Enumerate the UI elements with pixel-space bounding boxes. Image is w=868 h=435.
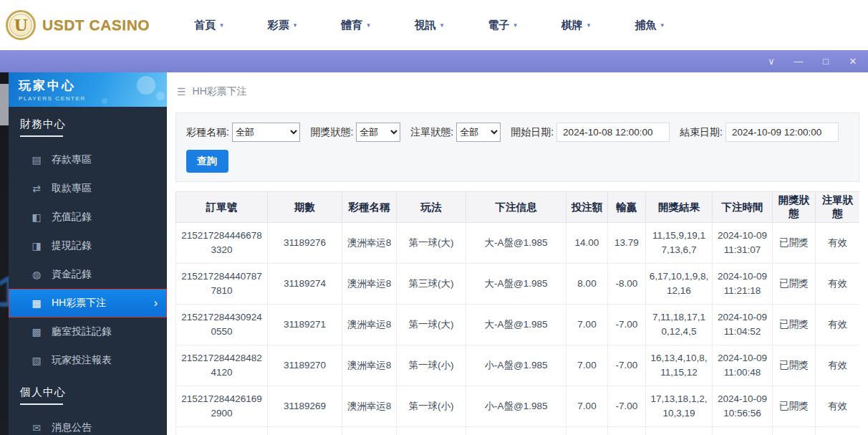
empty-cell [713, 427, 773, 435]
app-window: U USDT CASINO 首頁 ▾ 彩票 ▾ 體育 ▾ 視訊 ▾ 電子 [0, 0, 868, 435]
section-underline [20, 403, 63, 405]
nav-item-label: 電子 [488, 19, 509, 32]
sidebar-title: 玩家中心 [19, 77, 167, 94]
sidebar-item-recharge-record[interactable]: ◧ 充值記錄 [9, 203, 167, 231]
bet-time-cell: 2024-10-09 10:56:56 [713, 386, 773, 427]
lottery-name-select[interactable]: 全部 [232, 123, 301, 142]
bet-time-cell: 2024-10-09 11:00:48 [713, 345, 773, 386]
bet-amount-cell: 7.00 [566, 386, 608, 427]
sidebar-item-withdraw[interactable]: ⇄ 取款專區 [9, 174, 167, 203]
end-date-input[interactable] [725, 123, 839, 142]
col-bet-info: 下注信息 [466, 192, 566, 223]
draw-status-select[interactable]: 全部 [356, 123, 400, 142]
sidebar-item-player-bet-report[interactable]: ▧ 玩家投注報表 [9, 346, 167, 375]
sidebar-item-withdrawal-record[interactable]: ◨ 提現記錄 [9, 231, 167, 260]
lottery-cell: 澳洲幸运8 [342, 305, 397, 345]
sidebar-item-label: 充值記錄 [52, 211, 92, 224]
order-status-select[interactable]: 全部 [456, 123, 501, 142]
nav-item-label: 首頁 [194, 19, 216, 32]
nav-item-sports[interactable]: 體育 ▾ [341, 19, 370, 32]
logo[interactable]: U USDT CASINO [6, 10, 150, 40]
table-row-partial [176, 427, 860, 435]
period-cell: 31189274 [268, 264, 342, 305]
withdraw-icon: ⇄ [31, 183, 42, 194]
logo-letter: U [14, 16, 27, 34]
period-cell: 31189269 [268, 386, 342, 427]
lottery-cell: 澳洲幸运8 [342, 386, 397, 427]
nav-item-slots[interactable]: 電子 ▾ [488, 19, 517, 32]
order-cell: 2152172844261692900 [176, 386, 268, 427]
draw-result-cell: 11,15,9,19,17,13,6,7 [646, 223, 713, 264]
play-cell: 第一球(大) [397, 305, 466, 345]
logo-text: USDT CASINO [42, 16, 150, 34]
lottery-cell: 澳洲幸运8 [342, 223, 397, 264]
order-status-cell: 有效 [816, 345, 860, 386]
draw-status-cell: 已開獎 [773, 305, 816, 345]
col-period: 期數 [268, 192, 342, 223]
nav-item-fishing[interactable]: 捕魚 ▾ [635, 19, 664, 32]
bet-amount-cell: 8.00 [566, 264, 608, 305]
order-cell: 2152172844284824120 [176, 345, 268, 386]
draw-status-cell: 已開獎 [773, 386, 816, 427]
chevron-down-icon: ▾ [220, 21, 223, 29]
draw-result-cell: 16,13,4,10,8,11,15,12 [646, 345, 713, 386]
sidebar-subtitle: PLAYERS CENTER [19, 95, 167, 102]
empty-cell [466, 427, 566, 435]
start-date-input[interactable] [556, 123, 670, 142]
bet-info-cell: 小-A盤@1.985 [466, 386, 566, 427]
chevron-down-icon: ▾ [513, 21, 517, 29]
sidebar-item-messages[interactable]: ✉ 消息公告 [9, 414, 167, 435]
query-button[interactable]: 查詢 [186, 150, 228, 173]
report-icon: ▧ [31, 355, 42, 366]
bet-info-cell: 大-A盤@1.985 [466, 223, 566, 264]
close-icon[interactable]: ✕ [848, 57, 858, 66]
nav-item-home[interactable]: 首頁 ▾ [194, 19, 223, 32]
bet-table: 訂單號 期數 彩種名稱 玩法 下注信息 投注額 輸贏 開獎結果 下注時間 開獎狀… [175, 191, 859, 435]
empty-cell [773, 427, 816, 435]
chevron-down-icon: ▾ [587, 21, 591, 29]
draw-status-cell: 已開獎 [773, 264, 816, 305]
filter-panel: 彩種名稱: 全部 開獎狀態: 全部 注單狀態: 全部 開始日期: 結束日期: [175, 113, 859, 182]
table-row: 2152172844407877810 31189274 澳洲幸运8 第三球(大… [176, 264, 860, 305]
table-header-row: 訂單號 期數 彩種名稱 玩法 下注信息 投注額 輸贏 開獎結果 下注時間 開獎狀… [176, 192, 860, 223]
sidebar-item-funds-record[interactable]: ◍ 資金記錄 [9, 260, 167, 289]
sidebar-item-label: HH彩票下注 [52, 297, 106, 310]
play-cell: 第一球(小) [397, 386, 466, 427]
bet-info-cell: 小-A盤@1.985 [466, 345, 566, 386]
collapse-icon[interactable]: ∨ [766, 57, 776, 66]
order-cell: 2152172844407877810 [176, 264, 268, 305]
bet-time-cell: 2024-10-09 11:21:18 [713, 264, 773, 305]
minimize-icon[interactable]: — [794, 57, 804, 66]
start-date-label: 開始日期: [511, 126, 554, 139]
bet-amount-cell: 7.00 [566, 305, 608, 345]
draw-status-cell: 已開獎 [773, 345, 816, 386]
col-draw-status: 開獎狀態 [773, 192, 816, 223]
col-order-number: 訂單號 [176, 192, 268, 223]
period-cell: 31189271 [268, 305, 342, 345]
sidebar-item-hh-lottery-bet[interactable]: ▦ HH彩票下注 › [9, 289, 167, 317]
chevron-down-icon: ▾ [294, 21, 297, 29]
bet-amount-cell: 14.00 [566, 223, 608, 264]
col-play-type: 玩法 [397, 192, 466, 223]
sidebar-item-label: 消息公告 [52, 421, 92, 434]
maximize-icon[interactable]: □ [821, 57, 831, 66]
top-navigation: U USDT CASINO 首頁 ▾ 彩票 ▾ 體育 ▾ 視訊 ▾ 電子 [0, 0, 868, 50]
nav-item-live-video[interactable]: 視訊 ▾ [415, 19, 444, 32]
funds-record-icon: ◍ [31, 269, 42, 280]
sidebar: 玩家中心 PLAYERS CENTER 財務中心 ▤ 存款專區 ⇄ 取款專區 ◧ [9, 72, 167, 435]
menu-icon[interactable]: ☰ [177, 86, 186, 97]
draw-result-cell: 7,11,18,17,10,12,4,5 [646, 305, 713, 345]
sidebar-item-deposit[interactable]: ▤ 存款專區 [9, 145, 167, 174]
section-personal-label: 個人中心 [20, 386, 155, 399]
sidebar-item-hall-bet-record[interactable]: ▩ 廳室投註記錄 [9, 317, 167, 346]
empty-cell [566, 427, 608, 435]
bet-time-cell: 2024-10-09 11:31:07 [713, 223, 773, 264]
order-cell: 2152172844309240550 [176, 305, 268, 345]
nav-item-lottery[interactable]: 彩票 ▾ [268, 19, 297, 32]
col-draw-result: 開獎結果 [646, 192, 713, 223]
lottery-cell: 澳洲幸运8 [342, 264, 397, 305]
breadcrumb: ☰ HH彩票下注 [167, 72, 868, 111]
draw-result-cell: 6,17,10,1,9,8,12,16 [646, 264, 713, 305]
play-cell: 第一球(大) [397, 223, 466, 264]
nav-item-board-games[interactable]: 棋牌 ▾ [561, 19, 591, 32]
